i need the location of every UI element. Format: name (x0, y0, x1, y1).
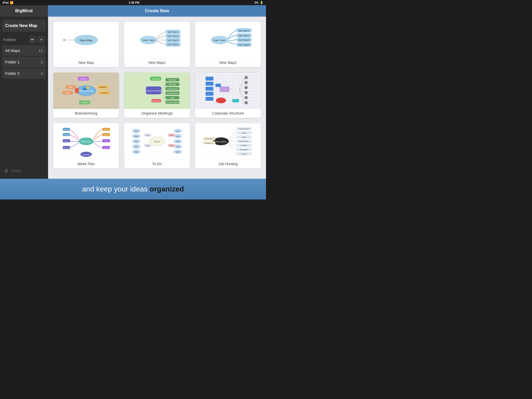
svg-text:Description: Description (240, 149, 248, 150)
svg-text:Goal: Goal (171, 97, 174, 99)
svg-rect-72 (205, 82, 213, 86)
svg-text:Task: Task (146, 135, 149, 136)
svg-text:Saturday: Saturday (103, 147, 109, 149)
svg-rect-42 (83, 88, 87, 90)
svg-text:Enemy timing: Enemy timing (167, 88, 178, 90)
svg-text:To-Do: To-Do (154, 140, 160, 143)
svg-text:Requirements: Requirements (239, 141, 249, 142)
map-card-brainstorming[interactable]: Brainstorming Task Task Undefined Undefi… (53, 72, 119, 118)
svg-text:Sub Topic2: Sub Topic2 (168, 35, 179, 37)
svg-line-150 (229, 144, 236, 150)
svg-text:Exercise answers: Exercise answers (166, 101, 179, 103)
svg-text:Honey Volume: Honey Volume (167, 92, 178, 95)
svg-rect-74 (205, 92, 213, 96)
svg-line-67 (161, 90, 165, 90)
svg-line-87 (239, 77, 244, 89)
svg-text:Sub Topic1: Sub Topic1 (168, 31, 179, 33)
folder-count: 11 (38, 48, 43, 53)
svg-text:Apply: Apply (242, 136, 246, 138)
folder-item-1[interactable]: Folder 1 2 (2, 57, 46, 67)
svg-line-148 (229, 141, 236, 142)
map-card-label: To-Do (124, 159, 190, 169)
map-preview-corporate-structure (195, 72, 261, 109)
svg-text:Tuesday: Tuesday (103, 134, 109, 136)
svg-text:Monday: Monday (103, 129, 109, 130)
folder-name: Folder 2 (5, 71, 19, 76)
svg-text:Task: Task (170, 145, 173, 147)
svg-text:Friday: Friday (104, 140, 108, 142)
svg-text:Sub Topic1: Sub Topic1 (238, 29, 250, 32)
map-card-week-plan[interactable]: Week Plan (53, 123, 119, 169)
svg-text:Undefined: Undefined (81, 102, 89, 103)
svg-text:Sub Topic3: Sub Topic3 (238, 39, 250, 41)
svg-rect-75 (205, 97, 213, 101)
folder-list: All Maps 11 Folder 1 2 Folder 2 3 (2, 45, 46, 79)
battery-label: 3% (254, 1, 258, 4)
map-card-new-map1[interactable]: Main Topic Sub Topic1 Sub Topic2 (124, 22, 190, 67)
folder-item-2[interactable]: Folder 2 3 (2, 68, 46, 79)
main-content: New Map New Map Main Topic (48, 17, 266, 179)
add-folder-button[interactable]: + (38, 36, 45, 43)
svg-text:Step2: Step2 (135, 136, 138, 137)
battery-icon: 🔋 (260, 1, 263, 4)
svg-text:Task: Task (146, 145, 149, 147)
folder-item-all-maps[interactable]: All Maps 11 (2, 45, 46, 56)
svg-text:Organize Meetings: Organize Meetings (145, 90, 162, 92)
svg-rect-44 (75, 88, 79, 93)
svg-text:Sub Topic4: Sub Topic4 (168, 43, 179, 46)
map-card-label: Corporate Structure (195, 109, 261, 118)
svg-text:Step3: Step3 (176, 141, 179, 142)
svg-text:Step1: Step1 (135, 130, 138, 132)
svg-line-92 (239, 89, 244, 103)
svg-text:Amanda Martin: Amanda Martin (239, 128, 249, 130)
svg-line-90 (239, 89, 244, 93)
svg-text:Sub Topic4: Sub Topic4 (238, 44, 250, 46)
map-grid: New Map New Map Main Topic (53, 22, 261, 169)
svg-text:Task: Task (69, 86, 72, 88)
map-card-label: New Map2 (195, 58, 261, 67)
svg-text:Step5: Step5 (176, 151, 179, 153)
svg-text:Week Plan: Week Plan (81, 141, 91, 143)
create-new-map-button[interactable]: Create New Map (2, 20, 46, 32)
folder-count: 2 (41, 60, 43, 64)
map-card-organize-meetings[interactable]: Organize Meetings Attendees Eliminate En… (124, 72, 190, 118)
folder-count: 3 (41, 71, 43, 76)
trash-area[interactable]: 🗑 Trash (2, 166, 46, 176)
status-right: 3% 🔋 (254, 1, 263, 4)
folder-name: Folder 1 (5, 60, 19, 64)
svg-text:Sub Topic2: Sub Topic2 (238, 34, 250, 37)
svg-text:Step1: Step1 (176, 130, 179, 132)
svg-text:Step5: Step5 (135, 151, 138, 153)
svg-text:Deadline: Deadline (241, 145, 247, 146)
map-card-job-hunting[interactable]: Job Hunting Amanda Martin (195, 123, 261, 169)
svg-rect-71 (205, 77, 213, 81)
svg-text:Undefined: Undefined (99, 86, 107, 88)
svg-text:Job Hunting: Job Hunting (216, 141, 226, 143)
svg-text:Step2: Step2 (176, 136, 179, 137)
map-preview-new-map: New Map (53, 22, 119, 58)
svg-point-81 (244, 81, 248, 84)
svg-text:Company B: Company B (205, 142, 213, 144)
map-card-corporate-structure[interactable]: Corporate Structure (195, 72, 261, 118)
svg-text:Task: Task (170, 135, 173, 136)
svg-text:Eliminate: Eliminate (169, 83, 176, 85)
svg-text:Contact: Contact (241, 153, 247, 155)
svg-text:Tuesday: Tuesday (63, 134, 69, 136)
svg-text:Sub Topic3: Sub Topic3 (168, 39, 179, 42)
svg-line-65 (161, 81, 165, 89)
map-card-new-map2[interactable]: Main Topic Sub Topic1 Sub Topic2 (195, 22, 261, 67)
map-preview-new-map2: Main Topic Sub Topic1 Sub Topic2 (195, 22, 261, 58)
svg-text:Main Topic: Main Topic (143, 39, 155, 42)
map-card-new-map[interactable]: New Map New Map (53, 22, 119, 67)
sidebar-title: BigMind (0, 5, 48, 17)
folders-header: Folders ✏ + (2, 36, 46, 43)
svg-line-91 (239, 89, 244, 98)
map-preview-new-map1: Main Topic Sub Topic1 Sub Topic2 (124, 22, 190, 58)
svg-text:Undefined: Undefined (101, 92, 108, 94)
bottom-banner: and keep your ideas organized (0, 179, 266, 200)
svg-text:Step3: Step3 (135, 141, 138, 142)
svg-point-80 (244, 76, 248, 79)
edit-folders-button[interactable]: ✏ (29, 36, 36, 43)
map-card-to-do[interactable]: To-Do Step1 Step2 Step3 Step4 Step5 (124, 123, 190, 169)
sidebar: Create New Map Folders ✏ + (0, 17, 48, 179)
